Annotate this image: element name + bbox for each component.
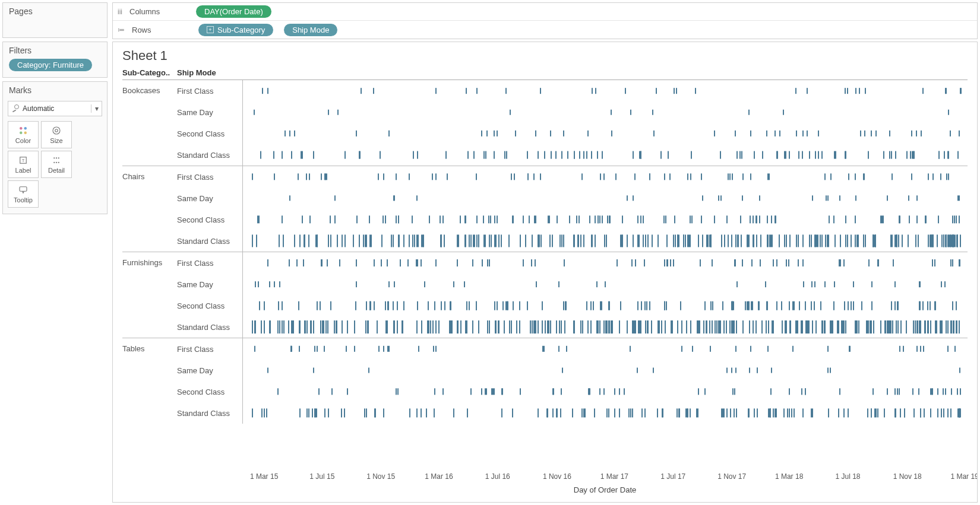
- gantt-mark[interactable]: [767, 346, 769, 352]
- gantt-mark[interactable]: [494, 388, 495, 395]
- gantt-mark[interactable]: [417, 301, 418, 310]
- gantt-mark[interactable]: [789, 388, 790, 395]
- gantt-mark[interactable]: [638, 234, 640, 247]
- gantt-mark[interactable]: [903, 346, 904, 352]
- gantt-mark[interactable]: [400, 259, 401, 266]
- gantt-mark[interactable]: [614, 408, 615, 417]
- gantt-mark[interactable]: [738, 234, 739, 247]
- gantt-mark[interactable]: [865, 234, 866, 247]
- gantt-mark[interactable]: [855, 320, 856, 334]
- gantt-mark[interactable]: [772, 234, 773, 247]
- gantt-mark[interactable]: [634, 173, 636, 180]
- gantt-mark[interactable]: [952, 301, 953, 310]
- gantt-mark[interactable]: [949, 234, 950, 247]
- gantt-mark[interactable]: [582, 320, 583, 334]
- gantt-mark[interactable]: [908, 195, 909, 201]
- gantt-mark[interactable]: [649, 173, 650, 180]
- gantt-mark[interactable]: [773, 259, 774, 266]
- gantt-mark[interactable]: [860, 131, 861, 136]
- gantt-mark[interactable]: [387, 301, 388, 310]
- gantt-mark[interactable]: [878, 259, 879, 266]
- gantt-mark[interactable]: [946, 320, 947, 334]
- gantt-mark[interactable]: [255, 320, 256, 334]
- gantt-mark[interactable]: [826, 195, 827, 201]
- gantt-mark[interactable]: [943, 408, 944, 417]
- gantt-mark[interactable]: [628, 408, 630, 417]
- gantt-area[interactable]: [242, 381, 968, 402]
- gantt-mark[interactable]: [441, 234, 442, 247]
- gantt-mark[interactable]: [809, 234, 810, 247]
- gantt-mark[interactable]: [812, 195, 813, 201]
- gantt-mark[interactable]: [871, 408, 872, 417]
- gantt-mark[interactable]: [701, 215, 702, 223]
- gantt-mark[interactable]: [742, 320, 744, 334]
- gantt-mark[interactable]: [909, 215, 910, 223]
- gantt-mark[interactable]: [802, 151, 803, 159]
- gantt-mark[interactable]: [937, 408, 938, 417]
- gantt-mark[interactable]: [589, 388, 590, 395]
- gantt-mark[interactable]: [960, 88, 961, 94]
- gantt-mark[interactable]: [736, 151, 738, 159]
- gantt-mark[interactable]: [712, 259, 713, 266]
- gantt-mark[interactable]: [444, 234, 445, 247]
- gantt-mark[interactable]: [458, 234, 459, 247]
- gantt-mark[interactable]: [702, 234, 703, 247]
- gantt-mark[interactable]: [502, 301, 504, 310]
- gantt-mark[interactable]: [776, 301, 777, 310]
- gantt-mark[interactable]: [453, 408, 454, 417]
- gantt-mark[interactable]: [279, 281, 280, 287]
- gantt-mark[interactable]: [802, 234, 804, 247]
- gantt-mark[interactable]: [385, 301, 386, 310]
- gantt-mark[interactable]: [383, 408, 384, 417]
- gantt-mark[interactable]: [258, 281, 259, 287]
- gantt-mark[interactable]: [467, 408, 468, 417]
- gantt-mark[interactable]: [564, 320, 565, 334]
- gantt-mark[interactable]: [403, 234, 404, 247]
- gantt-mark[interactable]: [815, 320, 817, 334]
- gantt-mark[interactable]: [640, 215, 641, 223]
- gantt-mark[interactable]: [818, 131, 819, 136]
- gantt-mark[interactable]: [588, 388, 589, 395]
- gantt-mark[interactable]: [802, 131, 804, 136]
- gantt-mark[interactable]: [396, 388, 397, 395]
- gantt-mark[interactable]: [756, 234, 757, 247]
- gantt-mark[interactable]: [897, 388, 898, 395]
- gantt-mark[interactable]: [299, 234, 301, 247]
- gantt-mark[interactable]: [920, 320, 921, 334]
- gantt-mark[interactable]: [520, 234, 521, 247]
- gantt-mark[interactable]: [584, 408, 586, 417]
- gantt-mark[interactable]: [671, 320, 672, 334]
- gantt-mark[interactable]: [595, 215, 596, 223]
- gantt-mark[interactable]: [388, 281, 390, 287]
- gantt-mark[interactable]: [723, 320, 725, 334]
- gantt-mark[interactable]: [427, 320, 428, 334]
- subcat-label[interactable]: Tables: [122, 338, 177, 424]
- gantt-mark[interactable]: [892, 173, 893, 180]
- gantt-mark[interactable]: [795, 88, 796, 94]
- gantt-mark[interactable]: [369, 215, 370, 223]
- gantt-mark[interactable]: [330, 234, 331, 247]
- gantt-mark[interactable]: [347, 388, 348, 395]
- gantt-mark[interactable]: [697, 320, 698, 334]
- gantt-mark[interactable]: [256, 234, 257, 247]
- x-axis-tick[interactable]: 1 Mar 17: [600, 472, 628, 481]
- gantt-mark[interactable]: [595, 234, 596, 247]
- gantt-mark[interactable]: [374, 301, 375, 310]
- gantt-mark[interactable]: [306, 173, 307, 180]
- gantt-mark[interactable]: [899, 388, 900, 395]
- gantt-mark[interactable]: [657, 320, 659, 334]
- gantt-area[interactable]: [242, 123, 968, 144]
- gantt-mark[interactable]: [494, 151, 495, 159]
- x-axis-tick[interactable]: 1 Mar 15: [250, 472, 278, 481]
- gantt-mark[interactable]: [832, 320, 833, 334]
- gantt-mark[interactable]: [676, 408, 678, 417]
- gantt-mark[interactable]: [666, 301, 667, 310]
- marks-tooltip-button[interactable]: Tooltip: [8, 180, 39, 208]
- gantt-mark[interactable]: [444, 301, 445, 310]
- gantt-mark[interactable]: [435, 173, 437, 180]
- gantt-mark[interactable]: [470, 234, 472, 247]
- gantt-mark[interactable]: [635, 259, 636, 266]
- gantt-mark[interactable]: [928, 173, 929, 180]
- gantt-mark[interactable]: [681, 320, 682, 334]
- gantt-mark[interactable]: [559, 320, 560, 334]
